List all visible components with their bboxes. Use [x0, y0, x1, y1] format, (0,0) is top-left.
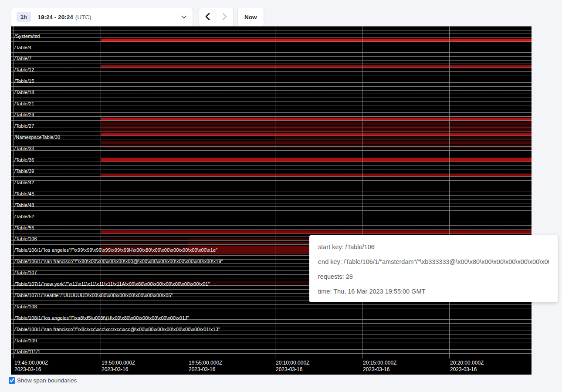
row-label: /Table/39 — [14, 169, 34, 174]
x-axis-tick: 20:20:00.000Z2023-03-16 — [450, 360, 484, 373]
heat-bar[interactable] — [101, 39, 532, 42]
heat-bar[interactable] — [101, 125, 532, 129]
x-axis-tick: 20:15:00.000Z2023-03-16 — [363, 360, 396, 373]
heat-bar[interactable] — [101, 65, 532, 68]
chevron-right-icon — [222, 13, 228, 22]
tooltip-line: requests: 28 — [318, 269, 549, 284]
x-axis-tick: 19:50:00.000Z2023-03-16 — [102, 360, 135, 373]
prev-time-button[interactable] — [199, 8, 216, 26]
row-label: /Table/107/1/"new york"/"\x11\x11\x11\x1… — [14, 281, 210, 287]
x-tick-time: 20:20:00.000Z — [450, 360, 484, 366]
row-label: /Table/42 — [14, 180, 34, 185]
heat-bar[interactable] — [275, 137, 532, 140]
row-label: /Table/52 — [14, 214, 34, 219]
row-label: /NamespaceTable/30 — [14, 135, 60, 140]
row-label: /Table/107 — [14, 270, 37, 275]
row-label: /Table/106 — [14, 236, 37, 241]
tooltip-line: time: Thu, 16 Mar 2023 19:55:00 GMT — [318, 284, 549, 299]
span-boundaries-checkbox[interactable] — [9, 377, 15, 384]
x-tick-date: 2023-03-16 — [189, 366, 222, 373]
row-label: /Table/109 — [14, 338, 37, 343]
time-range-label: 19:24 - 20:24 — [38, 14, 73, 20]
heat-bar[interactable] — [101, 230, 532, 234]
heat-bar[interactable] — [101, 174, 532, 177]
x-tick-date: 2023-03-16 — [276, 366, 309, 373]
x-axis-tick: 20:10:00.000Z2023-03-16 — [276, 360, 309, 373]
row-label: /Table/106/1/"los angeles"/"\x99\x99\x99… — [14, 247, 217, 253]
row-label: /Table/18 — [14, 90, 34, 95]
row-label: /Table/108 — [14, 304, 37, 309]
row-label: /Table/48 — [14, 203, 34, 208]
row-label: /Table/107/1/"seattle"/"UUUUUUD\x00\x80\… — [14, 293, 173, 298]
x-tick-date: 2023-03-16 — [102, 366, 135, 373]
grid-rows — [11, 26, 532, 358]
row-label: /Table/15 — [14, 78, 34, 84]
row-label: /Table/21 — [14, 101, 34, 106]
toolbar: 1h 19:24 - 20:24 (UTC) Now — [0, 0, 562, 26]
footer: Show span boundaries — [9, 377, 77, 384]
tooltip-line: end key: /Table/106/1/"amsterdam"/"\xb33… — [318, 254, 549, 269]
row-label: /Table/27 — [14, 123, 34, 128]
row-label: /Table/36 — [14, 157, 34, 162]
checkbox-label: Show span boundaries — [17, 377, 77, 384]
time-nav-group — [199, 8, 234, 26]
row-label: /Table/24 — [14, 112, 34, 117]
heat-bar[interactable] — [101, 158, 532, 162]
heat-bar[interactable] — [188, 242, 309, 246]
row-label: /Table/45 — [14, 191, 34, 196]
vertical-gridline — [13, 26, 14, 358]
heat-bar[interactable] — [101, 242, 188, 246]
time-range-select[interactable]: 1h 19:24 - 20:24 (UTC) — [11, 8, 193, 26]
next-time-button[interactable] — [216, 8, 234, 26]
x-tick-time: 20:10:00.000Z — [276, 360, 309, 366]
heat-bar[interactable] — [101, 133, 532, 137]
row-label: /Table/33 — [14, 146, 34, 151]
preset-badge: 1h — [17, 12, 31, 22]
x-axis-tick: 19:45:00.000Z2023-03-16 — [14, 360, 48, 373]
x-tick-time: 19:50:00.000Z — [102, 360, 135, 366]
x-tick-date: 2023-03-16 — [363, 366, 396, 373]
now-button[interactable]: Now — [237, 8, 264, 26]
row-label: /Table/7 — [14, 56, 31, 61]
heatmap-canvas[interactable]: /System/tsd/Table/4/Table/7/Table/12/Tab… — [11, 26, 532, 375]
heat-bar[interactable] — [101, 238, 188, 241]
tooltip-line: start key: /Table/106 — [318, 240, 549, 254]
x-tick-date: 2023-03-16 — [450, 366, 484, 373]
row-label: /Table/4 — [14, 45, 31, 50]
vertical-gridline — [362, 26, 362, 358]
row-label: /System/tsd — [14, 34, 40, 39]
row-label: /Table/108/1/"los angeles"/"\xa8\xf5\u00… — [14, 315, 189, 321]
tooltip: start key: /Table/106end key: /Table/106… — [309, 235, 558, 302]
heat-bar[interactable] — [101, 118, 532, 121]
vertical-gridline — [275, 26, 275, 358]
row-label: /Table/106/1/"san francisco"/"\x80\x00\x… — [14, 259, 223, 264]
x-tick-time: 19:45:00.000Z — [14, 360, 48, 366]
vertical-gridline — [101, 26, 101, 358]
heat-bar[interactable] — [101, 141, 532, 144]
page-background: { "toolbar": { "range_badge": "1h", "ran… — [0, 0, 562, 392]
heat-bar[interactable] — [101, 122, 532, 125]
heat-bar[interactable] — [101, 129, 532, 133]
x-axis-tick: 19:55:00.000Z2023-03-16 — [189, 360, 222, 373]
row-label: /Table/108/1/"san francisco"/"\x8c\xcc\x… — [14, 327, 220, 332]
row-label: /Table/12 — [14, 67, 34, 72]
row-label: /Table/55 — [14, 225, 34, 230]
x-tick-time: 19:55:00.000Z — [189, 360, 222, 366]
heat-bar[interactable] — [101, 145, 532, 148]
chevron-left-icon — [204, 13, 210, 22]
vertical-gridline — [188, 26, 188, 358]
x-tick-date: 2023-03-16 — [14, 366, 48, 373]
chevron-down-icon — [181, 15, 186, 19]
heat-bar[interactable] — [188, 238, 309, 241]
x-tick-time: 20:15:00.000Z — [363, 360, 396, 366]
vertical-gridline — [449, 26, 450, 358]
row-label: /Table/111/1 — [14, 349, 41, 354]
timezone-label: (UTC) — [75, 14, 91, 20]
